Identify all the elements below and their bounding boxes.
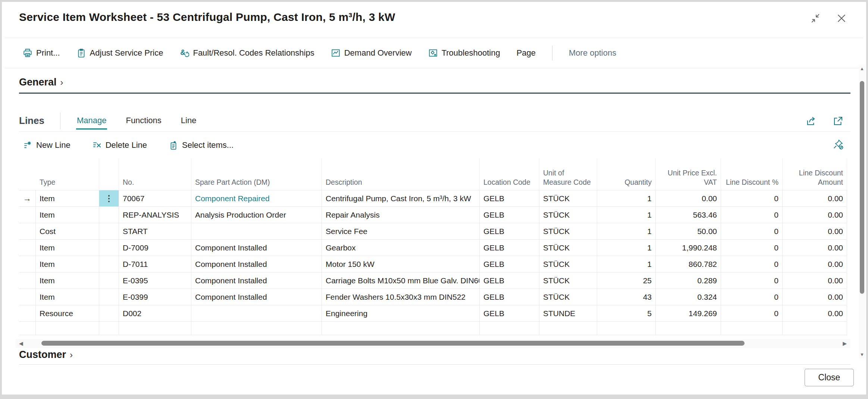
page-menu-button[interactable]: Page — [517, 48, 536, 58]
cell-row-menu[interactable] — [99, 256, 119, 272]
cell-row-menu[interactable] — [99, 305, 119, 321]
cell-location-code[interactable]: GELB — [480, 223, 539, 239]
cell-location-code[interactable]: GELB — [480, 289, 539, 305]
cell-spare-part-action[interactable] — [191, 223, 322, 239]
cell-unit-price-excl-vat[interactable]: 0.289 — [656, 272, 721, 289]
cell-line-discount-amount[interactable]: 0.00 — [783, 256, 847, 272]
cell-unit-of-measure-code[interactable]: STÜCK — [539, 256, 597, 272]
delete-line-button[interactable]: Delete Line — [92, 140, 147, 150]
cell-type[interactable] — [36, 322, 99, 335]
cell-quantity[interactable]: 1 — [597, 256, 656, 272]
cell-unit-of-measure-code[interactable]: STÜCK — [539, 289, 597, 305]
cell-description[interactable]: Gearbox — [322, 240, 480, 256]
cell-line-discount-amount[interactable]: 0.00 — [783, 207, 847, 223]
cell-row-menu[interactable] — [99, 223, 119, 239]
cell-quantity[interactable]: 1 — [597, 223, 656, 239]
cell-no[interactable]: E-0399 — [119, 289, 191, 305]
fault-resol-codes-button[interactable]: & Fault/Resol. Codes Relationships — [179, 48, 314, 58]
adjust-service-price-button[interactable]: Adjust Service Price — [76, 48, 163, 58]
share-button[interactable] — [806, 115, 817, 127]
cell-unit-price-excl-vat[interactable]: 0.00 — [656, 190, 721, 206]
vertical-scrollbar[interactable]: ▲ ▼ — [859, 65, 865, 359]
column-header-description[interactable]: Description — [322, 158, 480, 190]
horizontal-scrollbar[interactable]: ◀ ▶ — [15, 339, 850, 348]
table-row[interactable]: ItemREP-ANALYSISAnalysis Production Orde… — [19, 207, 847, 223]
print-button[interactable]: Print... — [23, 48, 60, 58]
column-header-unit-of[interactable]: Unit of Measure Code — [539, 158, 597, 190]
cell-spare-part-action[interactable]: Component Installed — [191, 289, 322, 305]
cell-description[interactable]: Motor 150 kW — [322, 256, 480, 272]
cell-spare-part-action[interactable]: Component Installed — [191, 256, 322, 272]
cell-location-code[interactable]: GELB — [480, 240, 539, 256]
cell-row-menu[interactable] — [99, 272, 119, 289]
cell-quantity[interactable]: 43 — [597, 289, 656, 305]
cell-line-discount-pct[interactable]: 0 — [721, 289, 783, 305]
demand-overview-button[interactable]: Demand Overview — [331, 48, 412, 58]
cell-line-discount-pct[interactable]: 0 — [721, 256, 783, 272]
cell-location-code[interactable]: GELB — [480, 256, 539, 272]
cell-unit-of-measure-code[interactable]: STÜCK — [539, 223, 597, 239]
unpin-button[interactable] — [833, 139, 844, 152]
table-row[interactable]: →Item⋮70067Component RepairedCentrifugal… — [19, 190, 847, 207]
table-row[interactable]: ItemE-0395Component InstalledCarriage Bo… — [19, 272, 847, 289]
cell-unit-of-measure-code[interactable]: STÜCK — [539, 190, 597, 206]
cell-no[interactable]: D002 — [119, 305, 191, 321]
troubleshooting-button[interactable]: Troubleshooting — [428, 48, 500, 58]
cell-line-discount-pct[interactable]: 0 — [721, 272, 783, 289]
table-row[interactable]: ItemD-7009Component InstalledGearboxGELB… — [19, 240, 847, 256]
cell-line-discount-pct[interactable]: 0 — [721, 223, 783, 239]
cell-location-code[interactable]: GELB — [480, 207, 539, 223]
cell-unit-of-measure-code[interactable]: STÜCK — [539, 240, 597, 256]
cell-location-code[interactable] — [480, 322, 539, 335]
table-row[interactable]: ItemD-7011Component InstalledMotor 150 k… — [19, 256, 847, 272]
tab-manage[interactable]: Manage — [76, 112, 107, 130]
cell-description[interactable]: Carriage Bolts M10x50 mm Blue Galv. DIN6… — [322, 272, 480, 289]
general-section-toggle[interactable]: General › — [19, 77, 63, 88]
cell-description[interactable]: Service Fee — [322, 223, 480, 239]
close-button[interactable]: Close — [805, 369, 854, 386]
column-header-location-code[interactable]: Location Code — [480, 158, 539, 190]
cell-no[interactable]: START — [119, 223, 191, 239]
cell-line-discount-amount[interactable]: 0.00 — [783, 190, 847, 206]
cell-unit-price-excl-vat[interactable]: 50.00 — [656, 223, 721, 239]
cell-unit-of-measure-code[interactable]: STÜCK — [539, 272, 597, 289]
cell-type[interactable]: Item — [36, 240, 99, 256]
cell-unit-of-measure-code[interactable]: STUNDE — [539, 305, 597, 321]
cell-row-menu[interactable] — [99, 289, 119, 305]
table-row-empty[interactable] — [19, 322, 847, 335]
table-row[interactable]: ItemE-0399Component InstalledFender Wash… — [19, 289, 847, 305]
cell-description[interactable]: Fender Washers 10.5x30x3 mm DIN522 — [322, 289, 480, 305]
cell-no[interactable]: 70067 — [119, 190, 191, 206]
cell-unit-price-excl-vat[interactable]: 0.324 — [656, 289, 721, 305]
column-header-spare-part-action-dm[interactable]: Spare Part Action (DM) — [191, 158, 322, 190]
cell-no[interactable] — [119, 322, 191, 335]
cell-type[interactable]: Item — [36, 207, 99, 223]
column-header-line-discount[interactable]: Line Discount % — [721, 158, 783, 190]
cell-line-discount-pct[interactable]: 0 — [721, 305, 783, 321]
cell-unit-price-excl-vat[interactable]: 860.782 — [656, 256, 721, 272]
cell-description[interactable]: Engineering — [322, 305, 480, 321]
cell-type[interactable]: Cost — [36, 223, 99, 239]
restore-window-button[interactable] — [809, 12, 822, 25]
horizontal-scrollbar-thumb[interactable] — [41, 341, 745, 346]
cell-unit-price-excl-vat[interactable]: 1,990.248 — [656, 240, 721, 256]
cell-spare-part-action[interactable]: Component Installed — [191, 240, 322, 256]
cell-spare-part-action[interactable] — [191, 305, 322, 321]
tab-line[interactable]: Line — [180, 112, 197, 130]
cell-quantity[interactable]: 1 — [597, 190, 656, 206]
cell-line-discount-pct[interactable] — [721, 322, 783, 335]
select-items-button[interactable]: Select items... — [169, 140, 234, 150]
scroll-down-icon[interactable]: ▼ — [859, 352, 865, 357]
cell-description[interactable]: Repair Analysis — [322, 207, 480, 223]
column-header-line-discount[interactable]: Line Discount Amount — [783, 158, 847, 190]
table-row[interactable]: CostSTARTService FeeGELBSTÜCK150.0000.00 — [19, 223, 847, 240]
cell-unit-price-excl-vat[interactable]: 149.269 — [656, 305, 721, 321]
cell-description[interactable] — [322, 322, 480, 335]
row-menu-icon[interactable]: ⋮ — [99, 190, 119, 206]
customer-section-toggle[interactable]: Customer › — [19, 349, 73, 361]
cell-unit-of-measure-code[interactable]: STÜCK — [539, 207, 597, 223]
cell-spare-part-action[interactable] — [191, 322, 322, 335]
cell-quantity[interactable]: 1 — [597, 207, 656, 223]
cell-line-discount-amount[interactable]: 0.00 — [783, 289, 847, 305]
cell-line-discount-amount[interactable] — [783, 322, 847, 335]
